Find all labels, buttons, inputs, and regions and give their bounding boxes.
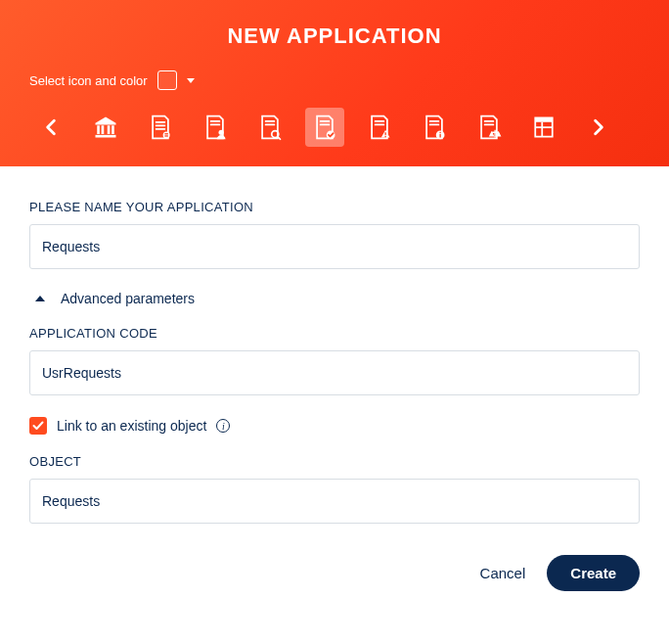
link-existing-checkbox[interactable] <box>29 417 47 435</box>
application-name-label: PLEASE NAME YOUR APPLICATION <box>29 200 640 214</box>
svg-rect-15 <box>439 132 440 133</box>
svg-rect-3 <box>112 125 114 134</box>
icon-color-label: Select icon and color <box>29 73 148 88</box>
doc-search-icon[interactable] <box>243 106 297 149</box>
doc-info-icon[interactable] <box>407 106 462 149</box>
cancel-button[interactable]: Cancel <box>480 565 526 581</box>
object-label: OBJECT <box>29 454 640 469</box>
icon-next-arrow[interactable] <box>571 106 626 149</box>
dialog-title: NEW APPLICATION <box>0 23 669 49</box>
doc-warning-icon[interactable] <box>352 106 407 149</box>
link-existing-row: Link to an existing object i <box>29 417 640 435</box>
doc-table-icon[interactable] <box>516 106 571 149</box>
advanced-parameters-label: Advanced parameters <box>61 291 195 306</box>
svg-rect-17 <box>535 117 553 121</box>
icon-picker-row <box>0 100 669 149</box>
application-name-input[interactable] <box>29 224 640 269</box>
icon-color-selector[interactable]: Select icon and color <box>0 70 669 100</box>
info-icon[interactable]: i <box>216 419 230 433</box>
doc-person-icon[interactable] <box>188 106 243 149</box>
svg-point-5 <box>163 131 170 138</box>
link-existing-label: Link to an existing object <box>57 418 206 434</box>
svg-rect-12 <box>384 136 385 137</box>
object-input[interactable] <box>29 479 640 524</box>
chevron-up-icon <box>35 296 45 301</box>
dialog-footer: Cancel Create <box>0 555 669 601</box>
svg-rect-2 <box>108 125 111 134</box>
svg-rect-14 <box>439 134 440 138</box>
color-swatch[interactable] <box>157 70 177 90</box>
icon-prev-arrow[interactable] <box>23 106 78 149</box>
svg-rect-6 <box>164 133 168 134</box>
advanced-parameters-toggle[interactable]: Advanced parameters <box>29 291 640 306</box>
application-code-label: APPLICATION CODE <box>29 326 640 341</box>
svg-rect-4 <box>96 135 116 138</box>
application-code-input[interactable] <box>29 350 640 395</box>
doc-check-icon[interactable] <box>305 108 344 147</box>
doc-lines-icon[interactable] <box>133 106 188 149</box>
dialog-header: NEW APPLICATION Select icon and color <box>0 0 669 166</box>
chevron-down-icon[interactable] <box>187 78 195 83</box>
svg-rect-7 <box>164 135 168 136</box>
dialog-body: PLEASE NAME YOUR APPLICATION Advanced pa… <box>0 166 669 555</box>
create-button[interactable]: Create <box>547 555 640 591</box>
svg-rect-0 <box>97 125 100 134</box>
svg-rect-1 <box>102 125 105 134</box>
bank-icon[interactable] <box>78 106 133 149</box>
doc-balance-icon[interactable] <box>462 106 516 149</box>
svg-point-8 <box>219 130 224 135</box>
svg-rect-11 <box>384 132 385 135</box>
